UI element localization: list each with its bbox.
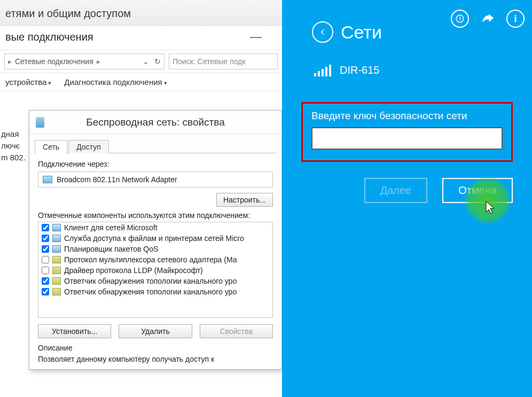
command-bar: устройства Диагностика подключения	[0, 73, 282, 91]
video-overlay-controls: i	[451, 10, 525, 28]
description-group: Описание Позволяет данному компьютеру по…	[38, 344, 273, 364]
adapter-field[interactable]: Broadcom 802.11n Network Adapter	[38, 172, 273, 188]
tab-network[interactable]: Сеть	[35, 140, 67, 154]
page-subtitle: вые подключения	[0, 26, 282, 50]
component-item[interactable]: Ответчик обнаружения топологии канальног…	[38, 286, 272, 297]
install-button[interactable]: Установить...	[38, 324, 111, 338]
back-button[interactable]	[312, 21, 333, 43]
security-key-input[interactable]	[311, 127, 503, 150]
adapter-name: Broadcom 802.11n Network Adapter	[57, 175, 177, 184]
fragment-line: лючє	[1, 140, 26, 152]
networks-title: Сети	[341, 22, 382, 43]
cancel-button[interactable]: Отмена	[442, 178, 513, 203]
network-name: DIR-615	[340, 64, 379, 76]
remove-button[interactable]: Удалить	[119, 324, 192, 338]
next-button[interactable]: Далее	[364, 178, 428, 203]
component-checkbox[interactable]	[42, 224, 49, 231]
configure-button[interactable]: Настроить...	[216, 193, 273, 207]
tab-strip: Сеть Доступ	[29, 134, 281, 153]
component-item[interactable]: Протокол мультиплексора сетевого адаптер…	[38, 254, 272, 265]
component-item[interactable]: Клиент для сетей Microsoft	[38, 222, 272, 233]
component-item[interactable]: Служба доступа к файлам и принтерам сете…	[38, 233, 272, 244]
network-item[interactable]: DIR-615	[282, 43, 532, 76]
dialog-title: Беспроводная сеть: свойства	[86, 116, 225, 128]
service-icon	[52, 235, 61, 242]
wifi-signal-icon	[314, 65, 331, 76]
toolbar-diagnostics[interactable]: Диагностика подключения	[64, 77, 167, 87]
components-listbox: Клиент для сетей Microsoft Служба доступ…	[38, 222, 273, 318]
background-text-fragment: дная лючє m 802.	[0, 128, 26, 164]
control-panel-title: етями и общим доступом —	[0, 0, 282, 26]
protocol-icon	[52, 256, 61, 263]
components-label: Отмеченные компоненты используются этим …	[38, 211, 273, 220]
breadcrumb-bar[interactable]: ▸ Сетевые подключения ▸ ⌄ ↻	[4, 53, 165, 69]
component-item[interactable]: Планировщик пакетов QoS	[38, 244, 272, 254]
networks-charm-panel: i Сети DIR-615 Введите ключ безопасности…	[282, 0, 532, 397]
protocol-icon	[52, 288, 61, 295]
tab-body-network: Подключение через: Broadcom 802.11n Netw…	[29, 153, 281, 369]
share-icon[interactable]	[479, 10, 497, 28]
adapter-icon	[36, 117, 44, 128]
component-checkbox[interactable]	[42, 245, 49, 253]
component-label: Ответчик обнаружения топологии канальног…	[64, 287, 237, 296]
toolbar-devices[interactable]: устройства	[5, 77, 51, 87]
search-input[interactable]: Поиск: Сетевые подк	[169, 53, 278, 69]
minimize-button[interactable]: —	[250, 30, 262, 44]
dialog-titlebar[interactable]: Беспроводная сеть: свойства	[29, 111, 281, 134]
dropdown-icon[interactable]: ⌄	[143, 57, 149, 66]
component-checkbox[interactable]	[42, 277, 49, 285]
component-label: Ответчик обнаружения топологии канальног…	[64, 277, 237, 285]
component-label: Протокол мультиплексора сетевого адаптер…	[64, 255, 237, 264]
service-icon	[52, 245, 61, 253]
component-label: Клиент для сетей Microsoft	[64, 223, 158, 232]
breadcrumb-text: Сетевые подключения	[15, 57, 93, 66]
component-label: Служба доступа к файлам и принтерам сете…	[64, 234, 244, 243]
component-buttons: Установить... Удалить Свойства	[38, 324, 273, 338]
chevron-right-icon: ▸	[97, 57, 100, 66]
component-item[interactable]: Ответчик обнаружения топологии канальног…	[38, 276, 272, 286]
component-label: Драйвер протокола LLDP (Майкрософт)	[64, 266, 203, 275]
info-icon[interactable]: i	[506, 10, 525, 28]
description-heading: Описание	[38, 344, 273, 352]
security-key-label: Введите ключ безопасности сети	[311, 110, 503, 122]
clock-icon[interactable]	[451, 10, 469, 28]
component-checkbox[interactable]	[42, 288, 49, 295]
chevron-right-icon: ▸	[8, 57, 12, 66]
search-placeholder: Поиск: Сетевые подк	[173, 57, 246, 66]
client-icon	[52, 224, 61, 231]
properties-button[interactable]: Свойства	[200, 324, 273, 338]
component-checkbox[interactable]	[42, 267, 49, 274]
components-scroll[interactable]: Клиент для сетей Microsoft Служба доступ…	[38, 222, 272, 317]
title-text: етями и общим доступом	[5, 7, 131, 19]
tab-access[interactable]: Доступ	[68, 140, 109, 153]
wireless-properties-dialog: Беспроводная сеть: свойства Сеть Доступ …	[29, 110, 282, 370]
component-label: Планировщик пакетов QoS	[64, 245, 158, 253]
fragment-line: дная	[1, 128, 26, 140]
connect-via-label: Подключение через:	[38, 160, 273, 168]
network-buttons: Далее Отмена	[282, 178, 513, 203]
refresh-icon[interactable]: ↻	[154, 57, 161, 66]
network-adapter-icon	[43, 176, 52, 183]
security-key-highlight: Введите ключ безопасности сети	[301, 102, 513, 162]
component-item[interactable]: Драйвер протокола LLDP (Майкрософт)	[38, 265, 272, 276]
component-checkbox[interactable]	[42, 235, 49, 242]
component-checkbox[interactable]	[42, 256, 49, 263]
protocol-icon	[52, 267, 61, 274]
protocol-icon	[52, 277, 61, 285]
fragment-line: m 802.	[1, 152, 26, 164]
description-text: Позволяет данному компьютеру получать до…	[38, 354, 273, 364]
address-toolbar: ▸ Сетевые подключения ▸ ⌄ ↻ Поиск: Сетев…	[0, 50, 282, 73]
